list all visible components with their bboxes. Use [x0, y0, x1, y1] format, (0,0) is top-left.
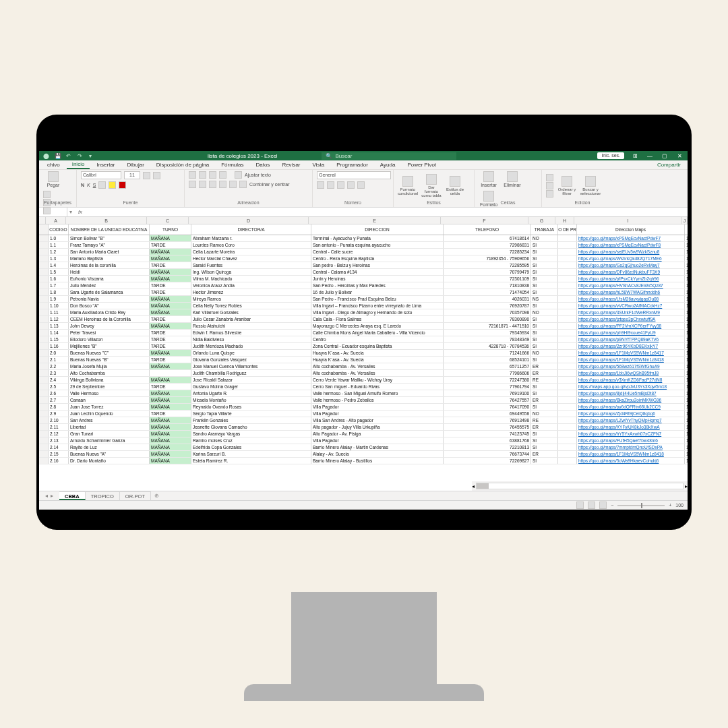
border-icon[interactable] — [98, 181, 106, 189]
decimal-dec-icon[interactable] — [357, 181, 365, 189]
cell[interactable] — [558, 255, 577, 262]
cell[interactable]: https://goo.gl/maps/HVShACv8JEWx5Qz87 — [577, 282, 685, 289]
cell[interactable]: MAÑANA — [150, 451, 191, 457]
cell[interactable]: MAÑANA — [150, 276, 191, 282]
cell[interactable]: 2.2 — [49, 363, 69, 369]
cell[interactable]: Dr. Dario Montaño — [69, 458, 150, 464]
col-header[interactable]: D — [189, 217, 309, 224]
cell[interactable]: https://goo.gl/maps/DFv86zdNukbuFF3X9 — [577, 269, 685, 275]
italic-button[interactable]: K — [87, 183, 90, 187]
cell[interactable]: 1 — [685, 424, 688, 430]
autosave-toggle[interactable]: ⬤ — [43, 153, 49, 159]
cell[interactable]: 77986606 — [444, 370, 531, 376]
col-header[interactable]: H — [555, 217, 574, 224]
cell[interactable]: TARDE — [150, 336, 191, 342]
cell[interactable]: 71241666 — [444, 350, 531, 356]
cell[interactable]: Reynaldo Ovando Rosas — [191, 404, 311, 410]
ribbon-display-icon[interactable]: ⊞ — [631, 153, 639, 159]
cell[interactable] — [558, 411, 577, 417]
cell[interactable]: MAÑANA — [150, 377, 191, 383]
cell[interactable]: https://goo.gl/maps/1F1MqVS5WNm1z8417 — [577, 350, 685, 356]
cell[interactable]: Antonia Ugarte R. — [191, 390, 311, 396]
cell[interactable] — [558, 437, 577, 444]
cell[interactable] — [558, 404, 577, 410]
cell[interactable]: https://goo.gl/maps/xPSMgEcvNactPdwF7 — [577, 235, 685, 241]
row-number[interactable] — [39, 357, 49, 363]
maps-link[interactable]: https://goo.gl/maps/p9NYfTPPQ89aK7V6 — [578, 337, 659, 342]
cell[interactable]: 1.5 — [49, 269, 69, 275]
maps-link[interactable]: https://goo.gl/maps/1F1MqVS5WNm1z8418 — [578, 452, 664, 456]
cell[interactable]: 63881768 — [444, 437, 531, 444]
cell[interactable]: MAÑANA — [150, 431, 191, 437]
zoom-slider[interactable] — [617, 505, 665, 506]
cell[interactable]: Jose Manuel Cuenca Villamontes — [191, 363, 311, 369]
cell[interactable]: NO — [531, 235, 558, 241]
cell[interactable]: Kari Villarroel Gonzales — [191, 309, 311, 315]
cell[interactable]: 70799479 — [444, 269, 531, 275]
row-number[interactable] — [39, 390, 49, 396]
col-header[interactable]: C — [147, 217, 189, 224]
cell[interactable] — [558, 350, 577, 356]
cell[interactable]: Centro - Reza Esquina Baptista — [311, 255, 444, 262]
cell[interactable]: Sara Ugarte de Salamanca — [69, 289, 150, 295]
cell[interactable]: https://goo.gl/maps/vVCRwo2AfMACckHz7 — [577, 303, 685, 309]
cell[interactable]: MAÑANA — [150, 444, 191, 450]
cell[interactable] — [558, 357, 577, 363]
cell[interactable]: Buenas Nueva "A" — [69, 451, 150, 457]
scroll-right-icon[interactable]: ▸ — [685, 483, 688, 489]
cell[interactable]: 4026031 — [444, 296, 531, 302]
cell[interactable] — [558, 309, 577, 315]
paste-button[interactable]: Pegar — [43, 171, 63, 187]
cell[interactable]: 1 — [685, 404, 688, 410]
cell[interactable]: 2.3 — [49, 370, 69, 376]
maps-link[interactable]: https://goo.gl/maps/pfPsxCkYymZb2qh96 — [578, 276, 659, 281]
cell[interactable]: 1.1 — [49, 242, 69, 248]
cell[interactable]: Ing. Wilson Quiroga — [191, 269, 311, 275]
cell[interactable]: 2.8 — [49, 404, 69, 410]
cell[interactable]: Heidi — [69, 269, 150, 275]
cell[interactable]: Mariano Baptista — [69, 255, 150, 262]
cell[interactable]: 2.9 — [49, 411, 69, 417]
cell[interactable]: 1.15 — [49, 336, 69, 342]
find-select-button[interactable]: Buscar y seleccionar — [580, 176, 601, 195]
zoom-level[interactable]: 100 — [675, 503, 684, 508]
cell[interactable]: NO — [531, 309, 558, 315]
tab-dibujar[interactable]: Dibujar — [122, 161, 150, 169]
cell[interactable]: 71892354 - 75909656 — [444, 255, 531, 262]
cell[interactable]: Buenas Nuevas "B" — [69, 357, 150, 363]
cell[interactable]: Orlando Luna Quispe — [191, 350, 311, 356]
cell[interactable]: MAÑANA — [150, 404, 191, 410]
cell[interactable]: MAÑANA — [150, 303, 191, 309]
insert-cells-button[interactable]: Insertar — [479, 171, 499, 187]
cell[interactable]: Peter Travesi — [69, 330, 150, 336]
sheet-nav-prev-icon[interactable]: ◂ — [45, 493, 48, 499]
col-header[interactable]: B — [66, 217, 147, 224]
maps-link[interactable]: https://goo.gl/maps/BkaZirpu2oinMKWG96 — [578, 398, 661, 402]
cell[interactable]: 72301109 — [444, 276, 531, 282]
cell[interactable]: Alto pagador - Jujuy Villa Urkupiña — [311, 424, 444, 430]
sort-filter-button[interactable]: Ordenar y filtrar — [557, 176, 577, 195]
cell[interactable]: https://goo.gl/maps/3SUrkF1dWeRRxnM9 — [577, 309, 685, 315]
cell[interactable]: 1 — [685, 357, 688, 363]
cell[interactable]: 74123745 — [444, 431, 531, 437]
cell[interactable]: https://goo.gl/maps/568wz617fSWfGhuA9 — [577, 363, 685, 369]
orientation-icon[interactable] — [219, 171, 226, 179]
indent-dec-icon[interactable] — [219, 181, 226, 188]
cell[interactable]: 2.12 — [49, 431, 69, 437]
cell[interactable] — [558, 235, 577, 241]
cell[interactable]: 1.3 — [49, 255, 69, 262]
cell[interactable]: Judith Mendoza Machado — [191, 343, 311, 349]
row-number[interactable] — [39, 437, 49, 444]
cell[interactable]: TARDE — [150, 411, 191, 417]
cell[interactable]: San pedro - Belzu y Heroinas — [311, 262, 444, 268]
sheet-tab-tropico[interactable]: TROPICO — [86, 491, 120, 500]
cell[interactable]: 76920787 — [444, 303, 531, 309]
tab-insertar[interactable]: Insertar — [91, 161, 120, 169]
cell[interactable]: Nidia Baldivieso — [191, 336, 311, 342]
cell[interactable]: https://goo.gl/maps/hY5YxAxwh07xCZFN7 — [577, 431, 685, 437]
cell-styles-button[interactable]: Estilos de celda — [445, 176, 465, 195]
cell[interactable]: https://goo.gl/maps/v3XmKZD6FacP27dN8 — [577, 377, 685, 383]
cell[interactable]: SI — [531, 316, 558, 322]
th-director[interactable]: DIRECTOR/A — [191, 224, 311, 235]
fx-icon[interactable]: fx — [74, 209, 86, 215]
